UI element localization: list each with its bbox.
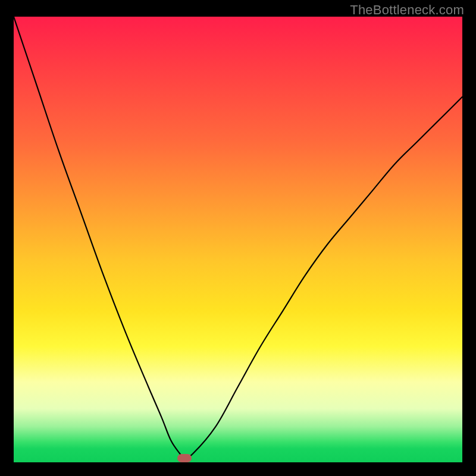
curve-svg [14, 17, 462, 462]
optimal-point-marker [177, 454, 192, 462]
attribution-text: TheBottleneck.com [350, 2, 464, 18]
chart-frame: TheBottleneck.com [0, 0, 476, 476]
bottleneck-curve-path [14, 17, 462, 458]
plot-area [14, 17, 462, 462]
